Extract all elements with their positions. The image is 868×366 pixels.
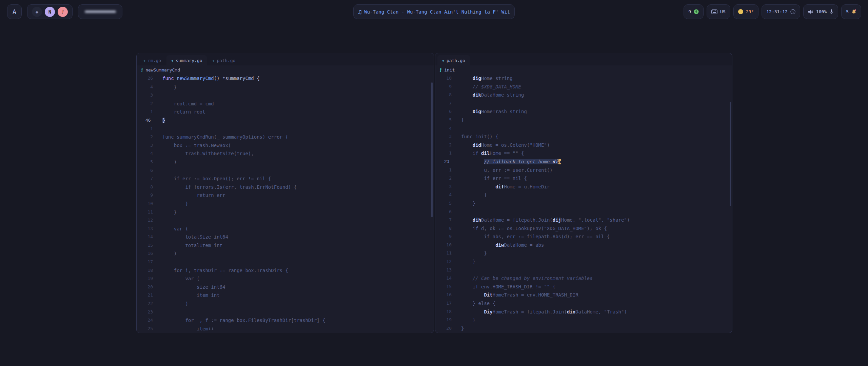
code-line[interactable]: 23 // fallback to get home dia [435,158,732,166]
code-line[interactable]: 1 if dilHome == "" { [435,149,732,158]
code-line[interactable]: 17 } else { [435,299,732,308]
code-line[interactable]: 21 item int [137,291,434,300]
scrollbar-thumb-left[interactable] [431,82,433,217]
notifications-chip[interactable]: 5 [841,4,861,19]
line-number: 15 [137,241,153,250]
workspace-3[interactable]: ♪ [58,7,68,17]
line-number: 5 [435,199,452,208]
scrollbar-thumb-right[interactable] [730,102,731,206]
code-line[interactable]: 1 return root [137,108,434,116]
code-line[interactable]: 13 [435,266,732,274]
breadcrumb-right: ƒ init [435,65,732,74]
code-line[interactable]: 15 if env.HOME_TRASH_DIR != "" { [435,283,732,291]
editor-window-right[interactable]: ◆path.go ƒ init 10 digHome string9 // $X… [435,53,732,333]
code-line[interactable]: 12 [137,216,434,225]
clock-chip[interactable]: 12:31:12 [762,4,800,19]
code-text: } [162,83,177,92]
code-line[interactable]: 9 return err [137,191,434,200]
code-line[interactable]: 46} [137,116,434,125]
code-line[interactable]: 18 DiyHomeTrash = filepath.Join(dioDataH… [435,308,732,316]
code-line[interactable]: 6 [137,166,434,175]
code-line[interactable]: 8 if !errors.Is(err, trash.ErrNotFound) … [137,183,434,191]
volume-chip[interactable]: 100% [803,4,838,19]
code-line[interactable]: 14 totalSize int64 [137,233,434,241]
code-line[interactable]: 22 ) [137,300,434,308]
code-line[interactable]: 4 } [435,191,732,199]
code-line[interactable]: 8 if d, ok := os.LookupEnv("XDG_DATA_HOM… [435,224,732,233]
line-number: 9 [137,191,153,200]
code-text: func summaryCmdRun(_ summaryOptions) err… [162,133,288,141]
code-line[interactable]: 10 diwDataHome = abs [435,241,732,249]
launcher-button[interactable]: A [7,4,22,19]
code-line[interactable]: 15 totalItem int [137,241,434,250]
code-text: ) [162,158,177,166]
code-line[interactable]: 4 [435,124,732,133]
code-line[interactable]: 3 difHome = u.HomeDir [435,183,732,191]
line-number: 4 [435,191,452,199]
code-line[interactable]: 7 [435,99,732,108]
code-line[interactable]: 2 root.cmd = cmd [137,100,434,108]
line-number: 1 [435,149,452,158]
code-line[interactable]: 11 } [137,208,434,217]
line-number: 26 [137,74,153,83]
code-text: DigHomeTrash string [461,107,527,116]
editor-window-left[interactable]: ◆rm.go◆summary.go◆path.go ƒ newSummaryCm… [136,53,434,333]
tab-summary.go[interactable]: ◆summary.go [166,55,207,65]
code-line[interactable]: 8 dikDataHome string [435,91,732,99]
code-line[interactable]: 4 } [137,83,434,92]
code-line[interactable]: 20 size int64 [137,283,434,291]
code-line[interactable]: 25 item++ [137,325,434,333]
window-title-chip[interactable] [78,4,122,19]
code-line[interactable]: 19 var ( [137,274,434,283]
code-line[interactable]: 19 } [435,316,732,324]
code-line[interactable]: 3 [137,91,434,100]
code-line[interactable]: 16 DitHomeTrash = env.HOME_TRASH_DIR [435,291,732,299]
code-line[interactable]: 13 var ( [137,225,434,233]
code-line[interactable]: 24 for _, f := range box.FilesByTrashDir… [137,316,434,325]
weather-sun-icon [738,9,743,14]
code-line[interactable]: 11 } [435,249,732,258]
media-player-chip[interactable]: ♫ Wu-Tang Clan - Wu-Tang Clan Ain't Nuth… [353,4,515,19]
music-icon: ♫ [358,8,361,15]
line-number: 5 [435,116,452,124]
code-line[interactable]: 17 [137,258,434,266]
workspace-1[interactable]: ◆ [32,7,42,17]
code-line[interactable]: 4 trash.WithGetSize(true), [137,149,434,158]
code-line[interactable]: 6 DigHomeTrash string [435,107,732,116]
code-line[interactable]: 6 [435,208,732,216]
tab-rm.go[interactable]: ◆rm.go [139,55,166,65]
code-line[interactable]: 26func newSummaryCmd() *summaryCmd { [137,74,434,83]
line-number: 18 [435,308,452,316]
code-line[interactable]: 9 // $XDG_DATA_HOME [435,83,732,91]
code-line[interactable]: 12 } [435,258,732,266]
line-number: 24 [137,316,153,325]
workspace-2[interactable]: N [45,7,55,17]
code-line[interactable]: 3 box := trash.NewBox( [137,141,434,150]
code-line[interactable]: 2 didHome = os.Getenv("HOME") [435,141,732,149]
code-line[interactable]: 3func init() { [435,133,732,141]
code-line[interactable]: 5} [435,116,732,124]
tab-label: path.go [217,58,236,63]
code-line[interactable]: 2 if err == nil { [435,174,732,183]
code-line[interactable]: 7 dihDataHome = filepath.Join(dijHome, "… [435,216,732,224]
code-line[interactable]: 9 if abs, err := filepath.Abs(d); err ==… [435,232,732,241]
keyboard-layout-chip[interactable]: US [707,4,730,19]
code-line[interactable]: 7 if err := box.Open(); err != nil { [137,175,434,183]
code-line[interactable]: 10 digHome string [435,74,732,83]
code-line[interactable]: 5 } [435,199,732,208]
code-line[interactable]: 23 [137,308,434,317]
tab-path.go[interactable]: ◆path.go [437,55,470,65]
code-line[interactable]: 10 } [137,200,434,208]
code-line[interactable]: 5 ) [137,158,434,166]
weather-chip[interactable]: 29° [733,4,758,19]
code-line[interactable]: 14 // Can be changed by environment vari… [435,274,732,283]
code-line[interactable]: 20} [435,324,732,333]
updates-chip[interactable]: 9 [684,4,704,19]
code-line[interactable]: 18 for i, trashDir := range box.TrashDir… [137,266,434,275]
code-line[interactable]: 2func summaryCmdRun(_ summaryOptions) er… [137,133,434,141]
code-line[interactable]: 16 ) [137,249,434,258]
line-number: 7 [435,99,452,108]
tab-path.go[interactable]: ◆path.go [208,55,240,65]
code-line[interactable]: 1 [137,125,434,133]
code-line[interactable]: 1 u, err := user.Current() [435,166,732,175]
